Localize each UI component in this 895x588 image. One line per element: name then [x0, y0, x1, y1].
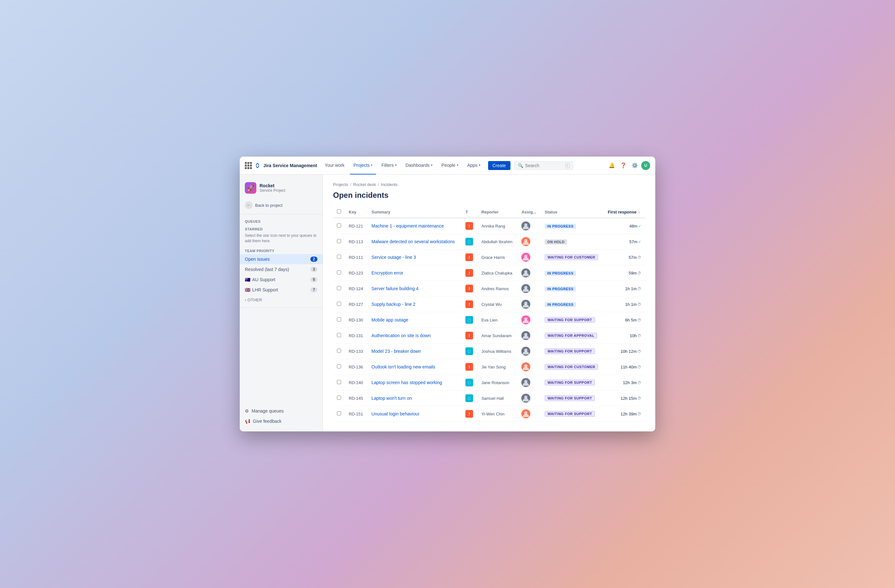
- row-first-response: 10h 12m⏱: [604, 344, 645, 359]
- row-summary: Unusual login behaviour: [368, 406, 461, 422]
- table-header-row: Key Summary T Reporter Assig... Status F…: [333, 206, 645, 218]
- help-button[interactable]: ❓: [618, 161, 628, 171]
- table-row[interactable]: RD-121 Machine 1 - equipment maintenance…: [333, 218, 645, 234]
- issue-link[interactable]: Supply backup - line 2: [372, 302, 416, 307]
- project-info: Rocket Service Project: [259, 183, 285, 193]
- issue-link[interactable]: Service outage - line 3: [372, 255, 416, 260]
- nav-projects[interactable]: Projects ▾: [350, 156, 376, 174]
- row-checkbox-cell: [333, 344, 345, 359]
- row-checkbox[interactable]: [337, 411, 341, 415]
- row-checkbox[interactable]: [337, 286, 341, 290]
- row-checkbox[interactable]: [337, 302, 341, 306]
- row-assignee: [517, 391, 541, 406]
- issue-link[interactable]: Mobile app outage: [372, 317, 408, 323]
- grid-menu-icon[interactable]: [245, 162, 252, 169]
- header-checkbox: [333, 206, 345, 218]
- issue-link[interactable]: Encryption error: [372, 270, 404, 276]
- row-checkbox[interactable]: [337, 349, 341, 353]
- nav-people[interactable]: People ▾: [438, 156, 462, 174]
- service-type-icon: □: [466, 316, 473, 324]
- search-input[interactable]: [525, 163, 564, 168]
- issue-link[interactable]: Malware detected on several workstations: [372, 239, 455, 244]
- table-row[interactable]: RD-133 Model 23 - breaker down □ Joshua …: [333, 344, 645, 359]
- row-checkbox[interactable]: [337, 239, 341, 243]
- gear-icon: ⚙: [245, 408, 249, 414]
- queue-item-lhr-support[interactable]: 🇬🇧 LHR Support 7: [240, 285, 323, 295]
- row-key: RD-131: [345, 328, 368, 344]
- table-row[interactable]: RD-113 Malware detected on several works…: [333, 234, 645, 250]
- row-checkbox[interactable]: [337, 364, 341, 368]
- table-row[interactable]: RD-111 Service outage - line 3 ! Grace H…: [333, 250, 645, 265]
- nav-apps[interactable]: Apps ▾: [463, 156, 484, 174]
- row-status: IN PROGRESS: [541, 218, 604, 234]
- issue-link[interactable]: Authentication on site is down: [372, 333, 431, 338]
- queue-item-open-issues[interactable]: Open issues 2: [240, 254, 323, 264]
- chevron-right-icon: ›: [245, 297, 246, 302]
- row-key: RD-130: [345, 312, 368, 328]
- table-row[interactable]: RD-123 Encryption error ! Zlatica Chalup…: [333, 265, 645, 281]
- nav-your-work[interactable]: Your work: [321, 156, 348, 174]
- table-row[interactable]: RD-124 Server failure building 4 ! Andre…: [333, 281, 645, 297]
- lhr-flag-icon: 🇬🇧: [245, 287, 250, 292]
- row-checkbox[interactable]: [337, 270, 341, 274]
- row-checkbox-cell: [333, 312, 345, 328]
- row-checkbox[interactable]: [337, 223, 341, 227]
- incidents-table: Key Summary T Reporter Assig... Status F…: [333, 206, 645, 422]
- give-feedback-button[interactable]: 📢 Give feedback: [240, 416, 323, 426]
- status-badge: WAITING FOR CUSTOMER: [545, 364, 598, 370]
- row-summary: Laptop screen has stopped working: [368, 375, 461, 391]
- assignee-avatar: [521, 268, 530, 277]
- issue-link[interactable]: Model 23 - breaker down: [372, 349, 421, 354]
- sidebar: 🚀 Rocket Service Project ← Back to proje…: [240, 174, 323, 432]
- issue-link[interactable]: Server failure building 4: [372, 286, 419, 291]
- row-checkbox[interactable]: [337, 317, 341, 321]
- row-checkbox[interactable]: [337, 380, 341, 384]
- incident-type-icon: !: [466, 363, 473, 371]
- row-type: □: [461, 375, 478, 391]
- breadcrumb-sep-2: /: [378, 182, 379, 187]
- row-reporter: Samuel Hall: [478, 391, 518, 406]
- select-all-checkbox[interactable]: [337, 209, 341, 214]
- table-row[interactable]: RD-151 Unusual login behaviour ! Yi-Wen …: [333, 406, 645, 422]
- issue-link[interactable]: Laptop won't turn on: [372, 396, 412, 401]
- table-row[interactable]: RD-145 Laptop won't turn on □ Samuel Hal…: [333, 391, 645, 406]
- table-row[interactable]: RD-140 Laptop screen has stopped working…: [333, 375, 645, 391]
- search-box[interactable]: 🔍 /: [514, 161, 573, 170]
- queue-item-au-support[interactable]: 🇦🇺 AU Support 5: [240, 274, 323, 285]
- row-status: WAITING FOR SUPPORT: [541, 406, 604, 422]
- create-button[interactable]: Create: [488, 161, 510, 170]
- row-key: RD-133: [345, 344, 368, 359]
- manage-queues-button[interactable]: ⚙ Manage queues: [240, 406, 323, 416]
- breadcrumb-rocket-desk[interactable]: Rocket desk: [353, 182, 376, 187]
- queue-item-resolved[interactable]: Resolved (last 7 days) 3: [240, 264, 323, 274]
- table-row[interactable]: RD-130 Mobile app outage □ Eva Lien WAIT…: [333, 312, 645, 328]
- row-checkbox[interactable]: [337, 333, 341, 337]
- notification-button[interactable]: 🔔: [607, 161, 617, 171]
- back-to-project-button[interactable]: ← Back to project: [240, 199, 323, 212]
- issue-link[interactable]: Outlook isn't loading new emails: [372, 364, 435, 370]
- row-assignee: [517, 281, 541, 297]
- row-first-response: 57m⏱: [604, 250, 645, 265]
- issue-link[interactable]: Unusual login behaviour: [372, 411, 419, 417]
- check-icon: ✓: [638, 240, 641, 244]
- header-first-response[interactable]: First response ↑: [604, 206, 645, 218]
- issue-link[interactable]: Machine 1 - equipment maintenance: [372, 223, 444, 229]
- table-row[interactable]: RD-136 Outlook isn't loading new emails …: [333, 359, 645, 375]
- nav-filters[interactable]: Filters ▾: [378, 156, 400, 174]
- breadcrumb-projects[interactable]: Projects: [333, 182, 348, 187]
- user-avatar[interactable]: U: [641, 161, 650, 170]
- row-checkbox[interactable]: [337, 255, 341, 259]
- row-assignee: [517, 297, 541, 312]
- row-assignee: [517, 250, 541, 265]
- settings-button[interactable]: ⚙️: [630, 161, 640, 171]
- issue-link[interactable]: Laptop screen has stopped working: [372, 380, 442, 385]
- table-row[interactable]: RD-127 Supply backup - line 2 ! Crystal …: [333, 297, 645, 312]
- row-type: □: [461, 344, 478, 359]
- nav-dashboards[interactable]: Dashboards ▾: [402, 156, 437, 174]
- other-section[interactable]: › OTHER: [240, 295, 323, 305]
- row-reporter: Abdullah Ibrahim: [478, 234, 518, 250]
- row-assignee: [517, 265, 541, 281]
- row-status: ON HOLD: [541, 234, 604, 250]
- row-checkbox[interactable]: [337, 396, 341, 400]
- table-row[interactable]: RD-131 Authentication on site is down ! …: [333, 328, 645, 344]
